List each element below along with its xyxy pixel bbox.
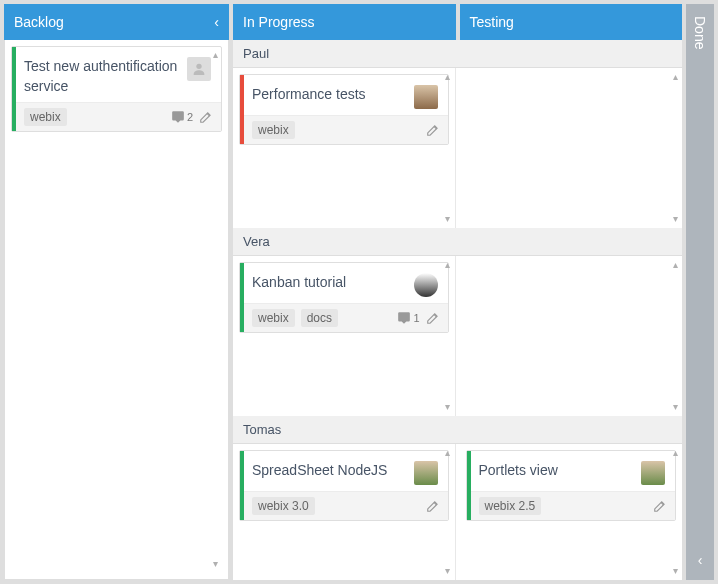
column-done-collapsed[interactable]: Done ‹: [686, 4, 714, 580]
scroll-down-icon[interactable]: ▾: [443, 214, 453, 224]
kanban-card[interactable]: SpreadSheet NodeJS webix 3.0: [239, 450, 449, 521]
kanban-card[interactable]: Performance tests webix: [239, 74, 449, 145]
scroll-down-icon[interactable]: ▾: [670, 402, 680, 412]
card-stripe: [240, 263, 244, 332]
card-stripe: [240, 75, 244, 144]
swimlanes: Paul Performance tests webix: [233, 40, 682, 580]
scroll-up-icon[interactable]: ▴: [443, 260, 453, 270]
column-title: In Progress: [243, 14, 315, 30]
swimlane-body: Performance tests webix ▴ ▾: [233, 68, 682, 228]
kanban-card[interactable]: Portlets view webix 2.5: [466, 450, 677, 521]
scroll-up-icon[interactable]: ▴: [443, 448, 453, 458]
scroll-down-icon[interactable]: ▾: [210, 559, 220, 569]
column-title: Done: [692, 16, 708, 49]
card-footer: webix docs 1: [240, 303, 448, 332]
card-text: Portlets view: [479, 461, 634, 481]
column-header-backlog[interactable]: Backlog ‹: [4, 4, 229, 40]
chevron-left-icon: ‹: [698, 552, 703, 568]
lane-cell-testing: Portlets view webix 2.5 ▴ ▾: [460, 444, 683, 580]
swimlane-body: SpreadSheet NodeJS webix 3.0 ▴ ▾: [233, 444, 682, 580]
scroll-down-icon[interactable]: ▾: [670, 214, 680, 224]
scroll-up-icon[interactable]: ▴: [443, 72, 453, 82]
edit-icon[interactable]: [426, 499, 440, 513]
scroll-down-icon[interactable]: ▾: [443, 566, 453, 576]
lane-cell-in-progress: SpreadSheet NodeJS webix 3.0 ▴ ▾: [233, 444, 456, 580]
kanban-card[interactable]: Kanban tutorial webix docs 1: [239, 262, 449, 333]
kanban-board: Backlog ‹ Test new authentification serv…: [0, 0, 718, 584]
lane-cell-in-progress: Performance tests webix ▴ ▾: [233, 68, 456, 228]
lane-cell-testing: ▴ ▾: [460, 68, 683, 228]
svg-point-0: [196, 64, 201, 69]
edit-icon[interactable]: [653, 499, 667, 513]
scroll-down-icon[interactable]: ▾: [443, 402, 453, 412]
card-text: SpreadSheet NodeJS: [252, 461, 406, 481]
column-header-in-progress[interactable]: In Progress: [233, 4, 456, 40]
comments-icon[interactable]: 2: [171, 110, 193, 124]
card-stripe: [240, 451, 244, 520]
comments-count: 2: [187, 111, 193, 123]
tag[interactable]: webix: [252, 309, 295, 327]
comments-icon[interactable]: 1: [397, 311, 419, 325]
comments-count: 1: [413, 312, 419, 324]
scroll-up-icon[interactable]: ▴: [670, 260, 680, 270]
tag[interactable]: webix 2.5: [479, 497, 542, 515]
swimlane-header[interactable]: Paul: [233, 40, 682, 68]
scroll-up-icon[interactable]: ▴: [670, 72, 680, 82]
kanban-card[interactable]: Test new authentification service webix …: [11, 46, 222, 132]
card-footer: webix 2: [12, 102, 221, 131]
edit-icon[interactable]: [199, 110, 213, 124]
lane-cell-testing: ▴ ▾: [460, 256, 683, 416]
card-footer: webix: [240, 115, 448, 144]
card-text: Kanban tutorial: [252, 273, 406, 293]
tag[interactable]: docs: [301, 309, 338, 327]
column-title: Backlog: [14, 14, 64, 30]
card-footer: webix 3.0: [240, 491, 448, 520]
avatar-placeholder-icon: [187, 57, 211, 81]
scroll-up-icon[interactable]: ▴: [670, 448, 680, 458]
tag[interactable]: webix: [252, 121, 295, 139]
swimlane-header[interactable]: Vera: [233, 228, 682, 256]
card-text: Test new authentification service: [24, 57, 179, 96]
card-text: Performance tests: [252, 85, 406, 105]
column-header-testing[interactable]: Testing: [460, 4, 683, 40]
column-title: Testing: [470, 14, 514, 30]
avatar: [414, 85, 438, 109]
card-stripe: [467, 451, 471, 520]
tag[interactable]: webix: [24, 108, 67, 126]
edit-icon[interactable]: [426, 311, 440, 325]
card-footer: webix 2.5: [467, 491, 676, 520]
column-backlog: Backlog ‹ Test new authentification serv…: [4, 4, 229, 580]
main-columns: In Progress Testing Paul Performance tes…: [233, 4, 682, 580]
card-stripe: [12, 47, 16, 131]
avatar: [414, 273, 438, 297]
tag[interactable]: webix 3.0: [252, 497, 315, 515]
avatar: [641, 461, 665, 485]
chevron-left-icon: ‹: [214, 14, 219, 30]
avatar: [414, 461, 438, 485]
scroll-up-icon[interactable]: ▴: [210, 50, 220, 60]
swimlane-body: Kanban tutorial webix docs 1: [233, 256, 682, 416]
scroll-down-icon[interactable]: ▾: [670, 566, 680, 576]
column-body-backlog: Test new authentification service webix …: [4, 40, 229, 580]
swimlane-header[interactable]: Tomas: [233, 416, 682, 444]
lane-cell-in-progress: Kanban tutorial webix docs 1: [233, 256, 456, 416]
edit-icon[interactable]: [426, 123, 440, 137]
